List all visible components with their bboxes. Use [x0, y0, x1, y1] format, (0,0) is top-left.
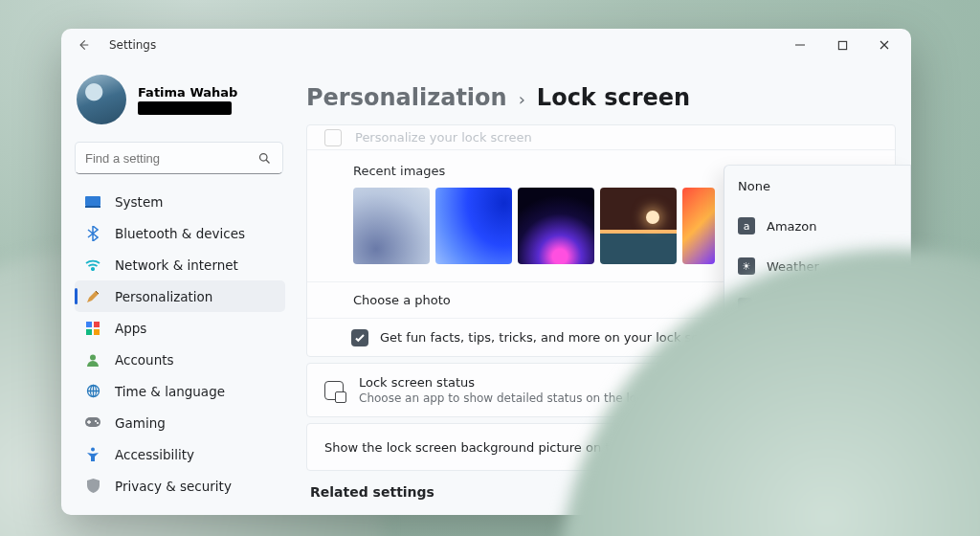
svg-rect-0 [838, 41, 846, 49]
recent-image-thumb[interactable] [353, 188, 430, 264]
dropdown-option-xbox[interactable]: ✕ Xbox Console Companion [724, 286, 910, 326]
lockscreen-status-card[interactable]: Lock screen status Choose an app to show… [306, 363, 896, 417]
fun-facts-checkbox[interactable] [351, 329, 368, 346]
svg-point-14 [97, 421, 99, 423]
dropdown-option-label: Mail [767, 340, 791, 354]
recent-image-thumb[interactable] [600, 188, 677, 264]
svg-point-1 [260, 153, 268, 161]
window-close-button[interactable] [863, 29, 905, 61]
xbox-icon: ✕ [738, 298, 752, 315]
bluetooth-icon [84, 225, 101, 242]
personalize-lockscreen-label: Personalize your lock screen [355, 130, 532, 145]
back-icon[interactable] [77, 37, 92, 53]
recent-image-thumb[interactable] [682, 188, 715, 264]
gaming-icon [84, 414, 101, 432]
shield-icon [84, 478, 101, 495]
sidebar-item-apps[interactable]: Apps [75, 312, 285, 344]
recent-image-thumb[interactable] [435, 188, 512, 264]
sidebar-item-accessibility[interactable]: Accessibility [75, 438, 285, 470]
sidebar-item-bluetooth[interactable]: Bluetooth & devices [75, 217, 285, 249]
fun-facts-label: Get fun facts, tips, tricks, and more on… [380, 330, 726, 345]
sidebar-item-label: Privacy & security [115, 479, 232, 494]
accessibility-icon [84, 446, 101, 463]
chevron-right-icon: › [519, 89, 525, 109]
dropdown-option-label: Calendar [767, 420, 822, 435]
cube-icon: ◧ [738, 378, 755, 395]
search-icon [257, 151, 273, 166]
sidebar-item-label: Time & language [115, 384, 225, 399]
status-app-icon [324, 381, 344, 400]
titlebar: Settings [61, 29, 911, 61]
settings-window: Settings Fatima Wahab [61, 29, 911, 515]
choose-photo-label: Choose a photo [353, 293, 451, 307]
sidebar-item-accounts[interactable]: Accounts [75, 344, 285, 375]
calendar-icon: ▦ [738, 418, 755, 436]
dropdown-option-3dviewer[interactable]: ◧ 3D Viewer [724, 367, 910, 407]
sidebar-item-label: Personalization [115, 289, 212, 304]
system-icon [84, 193, 101, 211]
weather-icon: ☀ [738, 257, 755, 275]
svg-rect-8 [94, 329, 100, 335]
svg-rect-5 [86, 322, 92, 327]
paintbrush-icon [84, 288, 101, 305]
dropdown-option-amazon[interactable]: a Amazon [724, 206, 910, 246]
svg-rect-2 [85, 196, 100, 206]
dropdown-option-label: 3D Viewer [767, 380, 831, 394]
dropdown-option-label: None [738, 179, 770, 193]
accounts-icon [84, 351, 101, 368]
sidebar-item-gaming[interactable]: Gaming [75, 407, 285, 438]
sidebar-item-privacy[interactable]: Privacy & security [75, 470, 285, 502]
signin-background-row: Show the lock screen background picture … [306, 423, 896, 471]
svg-rect-7 [86, 329, 92, 335]
signin-background-toggle[interactable] [839, 437, 878, 457]
amazon-icon: a [738, 217, 755, 234]
dropdown-option-mail[interactable]: ✉ Mail [724, 326, 910, 367]
breadcrumb: Personalization › Lock screen [306, 84, 896, 111]
dropdown-option-label: Weather [767, 259, 819, 274]
sidebar: Fatima Wahab System Bluetooth & devices [61, 61, 299, 515]
sidebar-item-time-language[interactable]: Time & language [75, 375, 285, 407]
avatar [77, 75, 126, 124]
choose-photo-row[interactable]: Choose a photo [307, 281, 895, 318]
window-minimize-button[interactable] [779, 29, 821, 61]
svg-point-9 [90, 354, 96, 360]
sidebar-nav: System Bluetooth & devices Network & int… [75, 186, 285, 502]
sidebar-item-label: Gaming [115, 415, 166, 431]
fun-facts-row[interactable]: Get fun facts, tips, tricks, and more on… [307, 318, 895, 356]
main-panel: Personalization › Lock screen Personaliz… [299, 61, 911, 515]
profile-block[interactable]: Fatima Wahab [77, 75, 283, 124]
dropdown-option-weather[interactable]: ☀ Weather [724, 246, 910, 286]
svg-point-13 [95, 419, 97, 421]
wifi-icon [84, 257, 101, 274]
breadcrumb-current: Lock screen [537, 84, 690, 111]
dropdown-option-label: Xbox Console Companion [764, 292, 897, 321]
svg-rect-6 [94, 322, 100, 327]
lockscreen-status-subtitle: Choose an app to show detailed status on… [359, 391, 691, 405]
window-maximize-button[interactable] [821, 29, 863, 61]
breadcrumb-parent[interactable]: Personalization [306, 84, 507, 111]
apps-icon [84, 320, 101, 337]
toggle-state-label: On [811, 440, 828, 455]
sidebar-item-label: Network & internet [115, 257, 238, 273]
personalize-lockscreen-header[interactable]: Personalize your lock screen [307, 125, 895, 150]
dropdown-option-calendar[interactable]: ▦ Calendar [724, 407, 910, 447]
picture-icon [324, 129, 342, 146]
search-input[interactable] [85, 151, 257, 166]
svg-point-4 [92, 267, 94, 269]
sidebar-item-label: Bluetooth & devices [115, 226, 245, 241]
signin-background-label: Show the lock screen background picture … [324, 440, 717, 455]
search-box[interactable] [75, 142, 283, 174]
app-title: Settings [109, 38, 156, 52]
mail-icon: ✉ [738, 338, 755, 355]
dropdown-option-none[interactable]: None [724, 166, 910, 206]
sidebar-item-system[interactable]: System [75, 186, 285, 217]
recent-image-thumb[interactable] [518, 188, 594, 264]
sidebar-item-label: Accounts [115, 352, 174, 368]
sidebar-item-label: Accessibility [115, 447, 194, 462]
svg-point-15 [91, 447, 95, 451]
sidebar-item-personalization[interactable]: Personalization [75, 280, 285, 312]
sidebar-item-network[interactable]: Network & internet [75, 249, 285, 280]
profile-email-redacted [138, 101, 232, 115]
related-settings-heading: Related settings [310, 484, 896, 500]
dropdown-option-label: Amazon [767, 219, 817, 234]
